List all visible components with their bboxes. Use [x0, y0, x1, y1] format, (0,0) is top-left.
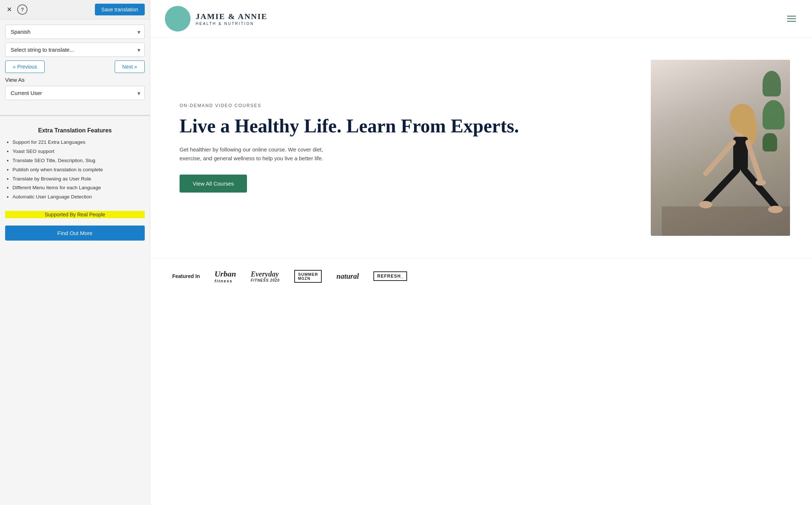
supported-by-text: Supported By Real People	[5, 211, 145, 218]
view-as-section: View As Current User Guest Administrator	[5, 77, 145, 100]
list-item: Automatic User Language Detection	[12, 194, 145, 201]
view-courses-button[interactable]: View All Courses	[180, 175, 247, 193]
hero-title: Live a Healthy Life. Learn From Experts.	[180, 116, 636, 136]
svg-point-11	[768, 206, 783, 213]
brand-everyday: Everyday FITNESS 2020	[251, 270, 280, 282]
plant	[763, 100, 785, 129]
plant	[763, 71, 781, 96]
brand-sub-everyday: FITNESS 2020	[251, 278, 280, 282]
brand-sub-urban: fitness	[214, 279, 236, 283]
svg-line-7	[706, 170, 737, 203]
string-select[interactable]: Select string to translate...	[5, 43, 145, 57]
svg-point-10	[756, 180, 766, 186]
brand-logos: Urban fitness Everyday FITNESS 2020 SUMM…	[214, 269, 407, 283]
language-select-wrapper: Spanish French German Italian Portuguese	[5, 25, 145, 39]
featured-section: Featured In Urban fitness Everyday FITNE…	[150, 258, 812, 294]
previous-button[interactable]: « Previous	[5, 61, 45, 73]
plants	[763, 71, 785, 151]
website-preview: JAMIE & ANNIE HEALTH & NUTRITION ON-DEMA…	[150, 0, 812, 505]
logo-area: JAMIE & ANNIE HEALTH & NUTRITION	[165, 6, 267, 32]
feature-list: Support for 221 Extra Languages Yoast SE…	[5, 139, 145, 201]
brand-sub-summer: MGZN	[298, 277, 318, 281]
logo-circle	[165, 6, 191, 32]
translation-panel: ✕ ? Save translation Spanish French Germ…	[0, 0, 150, 505]
logo-text-area: JAMIE & ANNIE HEALTH & NUTRITION	[196, 12, 267, 25]
brand-name-summer: SUMMER	[298, 272, 318, 277]
list-item: Different Menu Items for each Language	[12, 184, 145, 191]
panel-body: Spanish French German Italian Portuguese…	[0, 19, 150, 109]
svg-line-5	[706, 142, 733, 173]
hero-section: ON-DEMAND VIDEO COURSES Live a Healthy L…	[150, 38, 812, 258]
list-item: Translate by Browsing as User Role	[12, 176, 145, 183]
featured-in-label: Featured In	[172, 273, 200, 279]
list-item: Yoast SEO support	[12, 148, 145, 155]
panel-divider	[0, 115, 150, 116]
svg-point-9	[699, 201, 712, 208]
close-button[interactable]: ✕	[5, 4, 14, 15]
extra-features-section: Extra Translation Features Support for 2…	[0, 122, 150, 246]
view-as-select-wrapper: Current User Guest Administrator	[5, 86, 145, 100]
logo-sub: HEALTH & NUTRITION	[196, 22, 267, 26]
hero-content: ON-DEMAND VIDEO COURSES Live a Healthy L…	[180, 60, 636, 236]
site-header: JAMIE & ANNIE HEALTH & NUTRITION	[150, 0, 812, 38]
plant	[763, 133, 777, 151]
list-item: Publish only when translation is complet…	[12, 166, 145, 173]
view-as-select[interactable]: Current User Guest Administrator	[5, 86, 145, 100]
view-as-label: View As	[5, 77, 145, 83]
extra-features-title: Extra Translation Features	[5, 127, 145, 134]
help-button[interactable]: ?	[17, 4, 27, 15]
top-bar: ✕ ? Save translation	[0, 0, 150, 19]
list-item: Translate SEO Title, Description, Slug	[12, 157, 145, 164]
hamburger-line	[787, 16, 796, 17]
next-button[interactable]: Next »	[115, 61, 145, 73]
hero-description: Get healthier by following our online co…	[180, 145, 341, 163]
string-select-wrapper: Select string to translate...	[5, 43, 145, 57]
brand-natural: natural	[336, 272, 359, 281]
list-item: Support for 221 Extra Languages	[12, 139, 145, 146]
save-translation-button[interactable]: Save translation	[95, 4, 145, 15]
navigation-buttons: « Previous Next »	[5, 61, 145, 73]
brand-summer: SUMMER MGZN	[294, 270, 322, 283]
hero-label: ON-DEMAND VIDEO COURSES	[180, 103, 636, 108]
hero-image	[651, 60, 790, 236]
brand-name-everyday: Everyday	[251, 270, 280, 278]
brand-name-urban: Urban	[214, 269, 236, 279]
find-out-more-button[interactable]: Find Out More	[5, 226, 145, 241]
hamburger-line	[787, 21, 796, 22]
brand-urban: Urban fitness	[214, 269, 236, 283]
logo-name: JAMIE & ANNIE	[196, 12, 267, 21]
hamburger-line	[787, 18, 796, 19]
hamburger-menu[interactable]	[786, 14, 797, 23]
brand-refresh: REFRESH_	[373, 271, 407, 281]
language-select[interactable]: Spanish French German Italian Portuguese	[5, 25, 145, 39]
